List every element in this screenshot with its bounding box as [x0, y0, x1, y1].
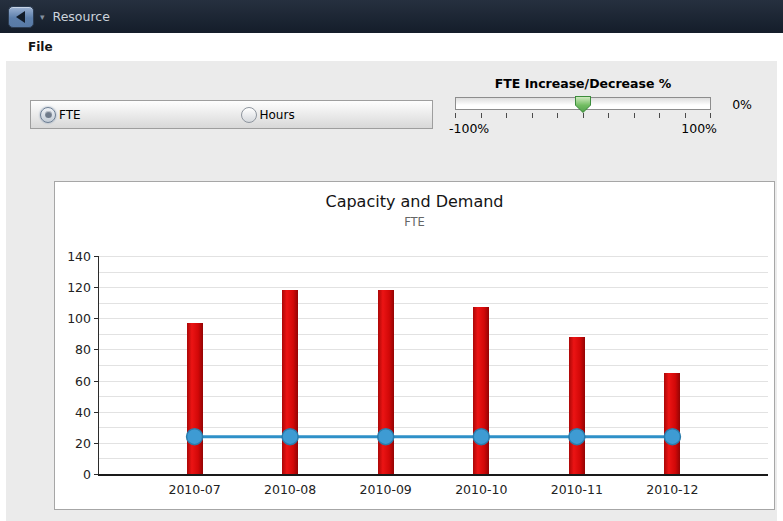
y-axis-tick — [94, 443, 98, 444]
line-marker-2010-07 — [187, 429, 203, 445]
unit-toggle-group: FTE Hours — [30, 100, 433, 129]
plot-area: 0204060801001201402010-072010-082010-092… — [99, 256, 768, 474]
chart-panel: Capacity and Demand FTE 0204060801001201… — [54, 181, 775, 510]
slider-tick — [506, 113, 507, 118]
chevron-down-icon[interactable]: ▾ — [40, 12, 45, 22]
slider-tick — [557, 113, 558, 118]
y-axis-tick-label: 120 — [51, 280, 91, 295]
back-button[interactable] — [8, 6, 34, 28]
line-marker-2010-10 — [473, 429, 489, 445]
y-axis-tick-label: 140 — [51, 249, 91, 264]
radio-option-fte[interactable]: FTE — [31, 107, 232, 123]
slider-value: 0% — [732, 97, 752, 112]
y-axis-tick-label: 40 — [51, 404, 91, 419]
y-axis-tick-label: 80 — [51, 342, 91, 357]
title-bar: ▾ Resource — [0, 0, 783, 33]
y-axis-tick-label: 0 — [51, 467, 91, 482]
slider-tick — [710, 113, 711, 118]
x-axis-label: 2010-11 — [532, 482, 622, 497]
y-axis-tick — [94, 256, 98, 257]
x-axis-line — [98, 474, 768, 476]
slider-title: FTE Increase/Decrease % — [455, 76, 711, 91]
x-axis-label: 2010-09 — [341, 482, 431, 497]
line-marker-2010-12 — [664, 429, 680, 445]
radio-icon-hours[interactable] — [241, 107, 257, 123]
slider-thumb-face — [576, 97, 590, 112]
fte-slider: FTE Increase/Decrease % 0% -100% 100% — [455, 76, 711, 136]
slider-min-label: -100% — [449, 121, 489, 136]
slider-tick — [608, 113, 609, 118]
menu-item-file[interactable]: File — [28, 40, 53, 54]
slider-range-labels: -100% 100% — [449, 121, 717, 136]
y-axis-tick — [94, 287, 98, 288]
slider-tick — [659, 113, 660, 118]
y-axis-tick — [94, 381, 98, 382]
line-series — [99, 256, 768, 474]
slider-tick — [685, 113, 686, 118]
y-axis-tick-label: 20 — [51, 435, 91, 450]
y-axis-tick — [94, 349, 98, 350]
slider-tick — [634, 113, 635, 118]
line-marker-2010-11 — [569, 429, 585, 445]
back-arrow-icon — [16, 11, 25, 23]
y-axis-tick-label: 60 — [51, 373, 91, 388]
x-axis-label: 2010-07 — [150, 482, 240, 497]
slider-thumb[interactable] — [575, 96, 591, 113]
slider-tick — [532, 113, 533, 118]
line-marker-2010-08 — [282, 429, 298, 445]
x-axis-label: 2010-08 — [245, 482, 335, 497]
chart-title: Capacity and Demand — [55, 192, 774, 211]
y-axis-tick — [94, 474, 98, 475]
slider-track[interactable]: 0% — [455, 97, 711, 110]
x-axis-label: 2010-10 — [436, 482, 526, 497]
y-axis-tick — [94, 412, 98, 413]
chart-subtitle: FTE — [55, 215, 774, 229]
radio-label-hours: Hours — [260, 108, 295, 122]
slider-max-label: 100% — [681, 121, 717, 136]
x-axis-label: 2010-12 — [627, 482, 717, 497]
y-axis-tick — [94, 318, 98, 319]
line-marker-2010-09 — [378, 429, 394, 445]
slider-tick-marks — [455, 113, 711, 119]
menu-bar: File — [0, 33, 783, 61]
radio-option-hours[interactable]: Hours — [232, 107, 433, 123]
radio-label-fte: FTE — [59, 108, 81, 122]
content-area: FTE Hours FTE Increase/Decrease % 0% -10… — [6, 61, 777, 521]
radio-icon-fte[interactable] — [40, 107, 56, 123]
radio-dot-icon — [45, 111, 52, 118]
y-axis-tick-label: 100 — [51, 311, 91, 326]
slider-tick — [481, 113, 482, 118]
window-title: Resource — [53, 9, 110, 24]
slider-tick — [583, 113, 584, 118]
slider-tick — [455, 113, 456, 118]
